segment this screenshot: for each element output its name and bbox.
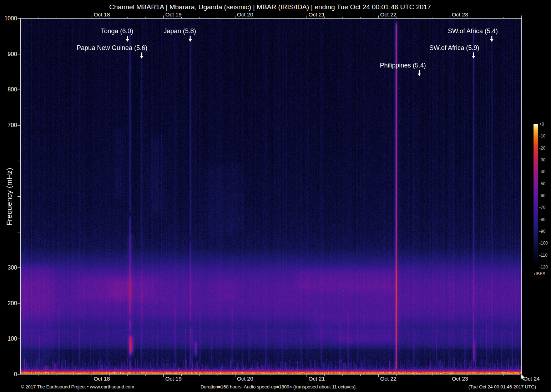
bottom-axis-label: Oct 21: [309, 376, 325, 382]
colorbar-unit-label: dBFS: [534, 271, 545, 276]
colorbar-tick-label: -40: [539, 169, 545, 174]
colorbar-tick-label: -30: [539, 157, 545, 162]
top-axis-label: Oct 20: [237, 11, 253, 18]
bottom-axis-label: Oct 18: [93, 376, 110, 382]
top-axis-label: Oct 23: [452, 11, 468, 18]
event-annotation: Japan (5.8): [163, 27, 196, 35]
colorbar-tick-label: +0: [539, 122, 544, 127]
y-tick-label: 800: [1, 86, 17, 93]
y-tick-label: 200: [1, 300, 17, 307]
top-axis-label: Oct 19: [165, 11, 182, 18]
event-annotation: SW.of Africa (5.4): [448, 27, 498, 35]
top-axis-label: Oct 22: [380, 11, 396, 18]
footer-endtime: (Tue Oct 24 00:01:46 2017 UTC): [468, 384, 536, 390]
colorbar-tick-label: -10: [539, 134, 545, 139]
event-annotation: Papua New Guinea (5.6): [77, 44, 147, 52]
y-tick-label: 300: [1, 265, 17, 271]
y-axis-title: Frequency (mHz): [5, 168, 14, 226]
event-annotation: Tonga (6.0): [101, 27, 133, 35]
colorbar-tick-label: -90: [539, 229, 545, 234]
event-annotation: Philippines (5.4): [380, 62, 426, 69]
footer-duration: Duration=168 hours. Audio speed-up=1800×…: [201, 384, 357, 390]
y-tick-label: 700: [1, 122, 17, 129]
y-tick-label: 900: [1, 51, 17, 57]
bottom-axis-label: Oct 20: [237, 376, 253, 382]
bottom-axis-label: Oct 19: [165, 376, 182, 382]
y-tick-label: 1000: [1, 15, 17, 22]
colorbar-tick-label: -20: [539, 146, 545, 151]
y-tick-label: 100: [1, 336, 17, 342]
colorbar-tick-label: -80: [539, 217, 545, 222]
colorbar: [534, 124, 538, 267]
bottom-axis-label: Oct 22: [380, 376, 396, 382]
colorbar-tick-label: -100: [539, 241, 548, 246]
bottom-axis-label: Oct 23: [452, 376, 468, 382]
page: { "title": "Channel MBAR1A | Mbarara, Ug…: [0, 0, 551, 392]
y-tick-label: 0: [1, 371, 17, 378]
top-axis-label: Oct 18: [93, 11, 110, 18]
colorbar-tick-label: -60: [539, 193, 545, 198]
colorbar-tick-label: -50: [539, 181, 545, 186]
colorbar-tick-label: -120: [539, 265, 548, 270]
colorbar-tick-label: -110: [539, 253, 547, 258]
spectrogram-canvas: [20, 19, 522, 375]
top-axis-label: Oct 21: [309, 11, 325, 18]
bottom-axis-label: Oct 24: [524, 376, 540, 382]
event-annotation: SW.of Africa (5.9): [429, 44, 479, 52]
footer-copyright: © 2017 The Earthsound Project • www.eart…: [21, 384, 134, 390]
colorbar-tick-label: -70: [539, 205, 545, 210]
page-title: Channel MBAR1A | Mbarara, Uganda (seismi…: [109, 3, 431, 11]
